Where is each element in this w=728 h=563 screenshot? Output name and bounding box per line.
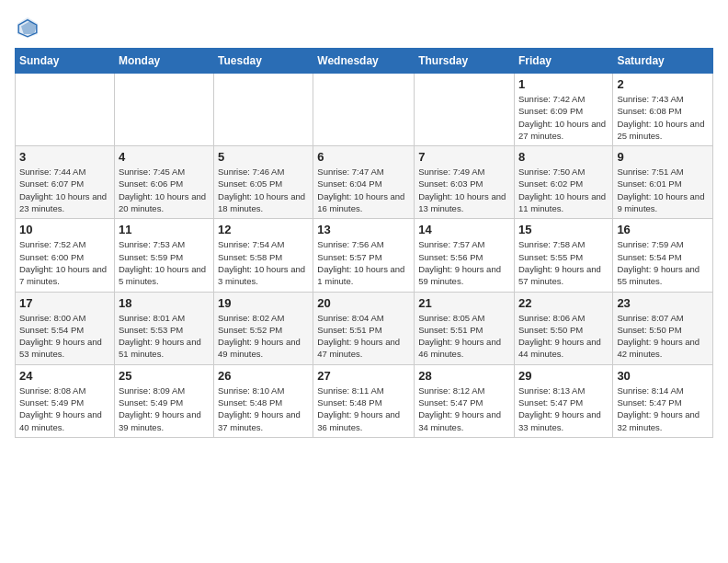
logo xyxy=(15,15,44,40)
day-info: Sunrise: 7:43 AM Sunset: 6:08 PM Dayligh… xyxy=(617,93,709,142)
calendar-cell: 14Sunrise: 7:57 AM Sunset: 5:56 PM Dayli… xyxy=(415,219,515,292)
day-info: Sunrise: 7:58 AM Sunset: 5:55 PM Dayligh… xyxy=(518,238,609,287)
calendar-cell: 24Sunrise: 8:08 AM Sunset: 5:49 PM Dayli… xyxy=(16,364,115,437)
day-info: Sunrise: 7:47 AM Sunset: 6:04 PM Dayligh… xyxy=(317,166,410,214)
day-number: 18 xyxy=(119,296,210,310)
day-info: Sunrise: 7:52 AM Sunset: 6:00 PM Dayligh… xyxy=(19,238,110,287)
day-number: 29 xyxy=(518,369,609,383)
calendar-cell: 9Sunrise: 7:51 AM Sunset: 6:01 PM Daylig… xyxy=(613,146,713,219)
day-info: Sunrise: 8:14 AM Sunset: 5:47 PM Dayligh… xyxy=(617,385,709,433)
calendar-week-5: 24Sunrise: 8:08 AM Sunset: 5:49 PM Dayli… xyxy=(16,364,713,437)
calendar-cell xyxy=(16,74,115,146)
header-cell-monday: Monday xyxy=(114,49,213,74)
day-info: Sunrise: 7:50 AM Sunset: 6:02 PM Dayligh… xyxy=(518,166,609,214)
day-info: Sunrise: 8:02 AM Sunset: 5:52 PM Dayligh… xyxy=(218,312,309,361)
calendar-cell: 23Sunrise: 8:07 AM Sunset: 5:50 PM Dayli… xyxy=(613,292,713,364)
calendar-cell xyxy=(415,74,515,146)
header-cell-thursday: Thursday xyxy=(415,49,515,74)
calendar-week-3: 10Sunrise: 7:52 AM Sunset: 6:00 PM Dayli… xyxy=(16,219,713,292)
calendar-cell: 2Sunrise: 7:43 AM Sunset: 6:08 PM Daylig… xyxy=(613,74,713,146)
day-number: 22 xyxy=(518,296,609,310)
header-cell-tuesday: Tuesday xyxy=(214,49,313,74)
day-number: 27 xyxy=(317,369,410,383)
calendar-cell: 13Sunrise: 7:56 AM Sunset: 5:57 PM Dayli… xyxy=(313,219,415,292)
day-number: 8 xyxy=(518,150,609,164)
calendar-cell: 18Sunrise: 8:01 AM Sunset: 5:53 PM Dayli… xyxy=(114,292,213,364)
day-info: Sunrise: 7:46 AM Sunset: 6:05 PM Dayligh… xyxy=(218,166,309,214)
day-number: 14 xyxy=(418,223,510,236)
calendar-week-4: 17Sunrise: 8:00 AM Sunset: 5:54 PM Dayli… xyxy=(16,292,713,364)
day-number: 30 xyxy=(617,369,709,383)
day-number: 25 xyxy=(119,369,210,383)
day-info: Sunrise: 8:01 AM Sunset: 5:53 PM Dayligh… xyxy=(119,312,210,361)
calendar-table: SundayMondayTuesdayWednesdayThursdayFrid… xyxy=(15,48,713,438)
calendar-cell: 17Sunrise: 8:00 AM Sunset: 5:54 PM Dayli… xyxy=(16,292,115,364)
day-info: Sunrise: 8:00 AM Sunset: 5:54 PM Dayligh… xyxy=(19,312,110,361)
day-number: 12 xyxy=(218,223,309,236)
day-number: 1 xyxy=(518,77,609,91)
calendar-cell: 7Sunrise: 7:49 AM Sunset: 6:03 PM Daylig… xyxy=(415,146,515,219)
calendar-cell: 4Sunrise: 7:45 AM Sunset: 6:06 PM Daylig… xyxy=(114,146,213,219)
calendar-cell: 30Sunrise: 8:14 AM Sunset: 5:47 PM Dayli… xyxy=(613,364,713,437)
day-number: 3 xyxy=(19,150,110,164)
day-info: Sunrise: 7:49 AM Sunset: 6:03 PM Dayligh… xyxy=(418,166,510,214)
day-number: 11 xyxy=(119,223,210,236)
day-info: Sunrise: 8:13 AM Sunset: 5:47 PM Dayligh… xyxy=(518,385,609,433)
calendar-cell: 21Sunrise: 8:05 AM Sunset: 5:51 PM Dayli… xyxy=(415,292,515,364)
day-number: 9 xyxy=(617,150,709,164)
calendar-cell: 25Sunrise: 8:09 AM Sunset: 5:49 PM Dayli… xyxy=(114,364,213,437)
day-info: Sunrise: 8:11 AM Sunset: 5:48 PM Dayligh… xyxy=(317,385,410,433)
day-number: 10 xyxy=(19,223,110,236)
day-info: Sunrise: 8:09 AM Sunset: 5:49 PM Dayligh… xyxy=(119,385,210,433)
day-info: Sunrise: 7:59 AM Sunset: 5:54 PM Dayligh… xyxy=(617,238,709,287)
day-number: 28 xyxy=(418,369,510,383)
header-cell-sunday: Sunday xyxy=(16,49,115,74)
calendar-cell xyxy=(313,74,415,146)
day-info: Sunrise: 7:45 AM Sunset: 6:06 PM Dayligh… xyxy=(119,166,210,214)
day-number: 4 xyxy=(119,150,210,164)
calendar-cell: 6Sunrise: 7:47 AM Sunset: 6:04 PM Daylig… xyxy=(313,146,415,219)
day-number: 23 xyxy=(617,296,709,310)
calendar-cell: 27Sunrise: 8:11 AM Sunset: 5:48 PM Dayli… xyxy=(313,364,415,437)
calendar-cell: 15Sunrise: 7:58 AM Sunset: 5:55 PM Dayli… xyxy=(514,219,612,292)
day-number: 13 xyxy=(317,223,410,236)
day-number: 26 xyxy=(218,369,309,383)
calendar-cell: 12Sunrise: 7:54 AM Sunset: 5:58 PM Dayli… xyxy=(214,219,313,292)
calendar-cell: 3Sunrise: 7:44 AM Sunset: 6:07 PM Daylig… xyxy=(16,146,115,219)
day-number: 17 xyxy=(19,296,110,310)
day-info: Sunrise: 7:51 AM Sunset: 6:01 PM Dayligh… xyxy=(617,166,709,214)
calendar-cell xyxy=(114,74,213,146)
day-info: Sunrise: 7:53 AM Sunset: 5:59 PM Dayligh… xyxy=(119,238,210,287)
day-info: Sunrise: 8:06 AM Sunset: 5:50 PM Dayligh… xyxy=(518,312,609,361)
calendar-week-2: 3Sunrise: 7:44 AM Sunset: 6:07 PM Daylig… xyxy=(16,146,713,219)
day-info: Sunrise: 8:07 AM Sunset: 5:50 PM Dayligh… xyxy=(617,312,709,361)
calendar-body: 1Sunrise: 7:42 AM Sunset: 6:09 PM Daylig… xyxy=(16,74,713,438)
day-info: Sunrise: 7:44 AM Sunset: 6:07 PM Dayligh… xyxy=(19,166,110,214)
day-number: 2 xyxy=(617,77,709,91)
day-info: Sunrise: 8:12 AM Sunset: 5:47 PM Dayligh… xyxy=(418,385,510,433)
calendar-header: SundayMondayTuesdayWednesdayThursdayFrid… xyxy=(16,49,713,74)
day-number: 20 xyxy=(317,296,410,310)
day-number: 5 xyxy=(218,150,309,164)
calendar-cell: 19Sunrise: 8:02 AM Sunset: 5:52 PM Dayli… xyxy=(214,292,313,364)
day-number: 16 xyxy=(617,223,709,236)
day-info: Sunrise: 8:08 AM Sunset: 5:49 PM Dayligh… xyxy=(19,385,110,433)
calendar-cell: 29Sunrise: 8:13 AM Sunset: 5:47 PM Dayli… xyxy=(514,364,612,437)
day-number: 21 xyxy=(418,296,510,310)
day-info: Sunrise: 8:10 AM Sunset: 5:48 PM Dayligh… xyxy=(218,385,309,433)
calendar-cell: 8Sunrise: 7:50 AM Sunset: 6:02 PM Daylig… xyxy=(514,146,612,219)
day-number: 15 xyxy=(518,223,609,236)
logo-icon xyxy=(15,15,40,40)
calendar-week-1: 1Sunrise: 7:42 AM Sunset: 6:09 PM Daylig… xyxy=(16,74,713,146)
page-header xyxy=(15,15,713,40)
header-cell-wednesday: Wednesday xyxy=(313,49,415,74)
day-info: Sunrise: 7:57 AM Sunset: 5:56 PM Dayligh… xyxy=(418,238,510,287)
calendar-cell: 20Sunrise: 8:04 AM Sunset: 5:51 PM Dayli… xyxy=(313,292,415,364)
calendar-cell: 28Sunrise: 8:12 AM Sunset: 5:47 PM Dayli… xyxy=(415,364,515,437)
header-cell-friday: Friday xyxy=(514,49,612,74)
day-number: 6 xyxy=(317,150,410,164)
day-info: Sunrise: 7:54 AM Sunset: 5:58 PM Dayligh… xyxy=(218,238,309,287)
calendar-cell: 22Sunrise: 8:06 AM Sunset: 5:50 PM Dayli… xyxy=(514,292,612,364)
day-info: Sunrise: 7:42 AM Sunset: 6:09 PM Dayligh… xyxy=(518,93,609,142)
calendar-cell: 26Sunrise: 8:10 AM Sunset: 5:48 PM Dayli… xyxy=(214,364,313,437)
